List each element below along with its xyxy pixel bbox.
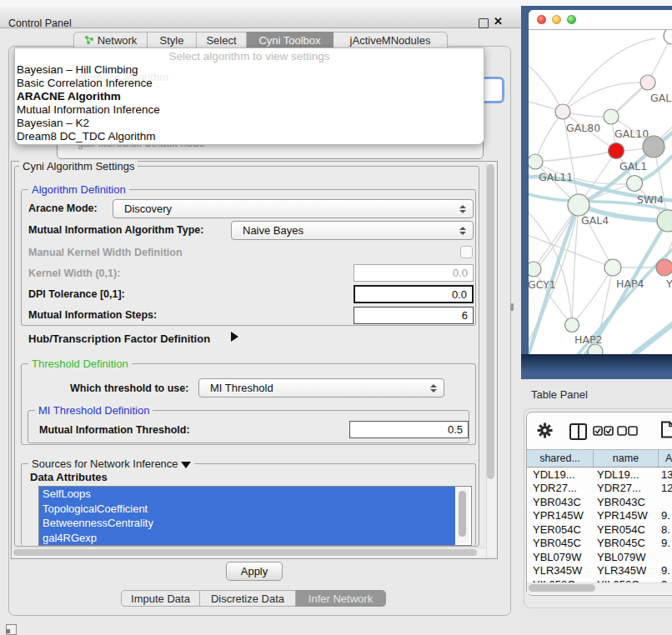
algorithm-dropdown: Inference Algorithm Select algorithm to … — [14, 48, 484, 145]
mi-type-label: Mutual Information Algorithm Type: — [28, 224, 203, 236]
close-window-icon[interactable] — [537, 15, 546, 24]
attribute-item[interactable]: BetweennessCentrality — [39, 516, 455, 531]
network-node-gal10[interactable] — [604, 109, 619, 124]
aracne-mode-combobox[interactable]: Discovery — [113, 199, 474, 218]
network-node[interactable] — [657, 210, 672, 232]
mi-steps-input[interactable]: 6 — [354, 307, 474, 324]
table-cell: YPR145W — [527, 509, 594, 523]
attributes-list-scrollbar-thumb[interactable] — [459, 491, 466, 537]
network-node-hap2[interactable] — [565, 318, 579, 332]
manual-kernel-checkbox[interactable] — [460, 246, 473, 258]
table-cell: YBL079W — [594, 550, 659, 564]
gear-icon[interactable] — [537, 422, 553, 438]
table-header: shared...nameA — [527, 449, 672, 468]
attribute-item[interactable]: gal4RGexp — [39, 531, 455, 546]
select-all-icon[interactable] — [593, 426, 614, 436]
table-row[interactable]: YBR045CYBR045C9. — [527, 537, 672, 551]
data-attributes-list[interactable]: SelfLoopsTopologicalCoefficientBetweenne… — [38, 486, 472, 546]
data-attributes-label: Data Attributes — [30, 471, 108, 483]
network-node-gal11[interactable] — [529, 154, 543, 169]
network-node-gal[interactable] — [640, 75, 655, 90]
table-cell: YLR345W — [594, 564, 659, 578]
window-shadow — [521, 354, 672, 372]
settings-vertical-scrollbar-thumb[interactable] — [487, 164, 494, 479]
combo-arrows-icon — [430, 384, 437, 392]
table-horizontal-scrollbar-thumb[interactable] — [529, 584, 595, 592]
mi-threshold-label: Mutual Information Threshold: — [39, 424, 190, 436]
mi-threshold-input[interactable]: 0.5 — [349, 421, 469, 438]
bottom-tab-discretize-data[interactable]: Discretize Data — [200, 590, 296, 607]
minimize-window-icon[interactable] — [552, 15, 561, 24]
bottom-tab-infer-network[interactable]: Infer Network — [296, 590, 386, 607]
tab-cyni-toolbox[interactable]: Cyni Toolbox — [247, 32, 333, 48]
tab-select[interactable]: Select — [197, 32, 247, 48]
network-node-gal1[interactable] — [609, 143, 624, 159]
tab-network[interactable]: Network — [73, 32, 148, 48]
table-rows: YDL19...YDL19...13YDR27...YDR27...12YBR0… — [527, 468, 672, 592]
cyni-group-title: Cyni Algorithm Settings — [19, 160, 138, 172]
network-canvas[interactable]: GALGAL80GAL10GAL1GAL11SWI4GAL4GCY1HAP4YH… — [529, 30, 672, 354]
dropdown-item[interactable]: Bayesian – K2 — [16, 117, 484, 130]
table-row[interactable]: YPR145WYPR145W9. — [527, 509, 672, 523]
attribute-item[interactable]: TopologicalCoefficient — [39, 502, 455, 517]
network-node-gal80[interactable] — [555, 104, 570, 119]
settings-horizontal-scrollbar-thumb[interactable] — [13, 549, 477, 556]
network-node-y[interactable] — [656, 259, 672, 276]
network-node-hap4[interactable] — [604, 259, 621, 276]
network-node-gcy1[interactable] — [529, 262, 541, 277]
node-label: GAL10 — [614, 128, 649, 140]
node-label: GCY1 — [529, 278, 556, 291]
columns-icon[interactable] — [569, 423, 587, 440]
which-threshold-value: MI Threshold — [210, 382, 273, 394]
dropdown-item[interactable]: Dream8 DC_TDC Algorithm — [16, 130, 484, 143]
network-node[interactable] — [664, 30, 672, 44]
table-row[interactable]: YBL079WYBL079W — [527, 550, 672, 564]
tab-style[interactable]: Style — [148, 32, 197, 48]
network-node-swi4[interactable] — [627, 176, 643, 192]
column-header-shared...[interactable]: shared... — [527, 450, 594, 467]
dpi-tolerance-input[interactable]: 0.0 — [354, 285, 474, 303]
dropdown-item[interactable]: Basic Correlation Inference — [16, 77, 484, 90]
table-row[interactable]: YDL19...YDL19...13 — [527, 468, 672, 482]
node-label: GAL4 — [581, 214, 609, 227]
expand-arrow-icon[interactable] — [231, 332, 238, 342]
zoom-window-icon[interactable] — [567, 15, 576, 24]
network-edge — [534, 205, 579, 269]
attribute-item[interactable]: SelfLoops — [39, 487, 455, 502]
tab-jactivemnodules[interactable]: jActiveMNodules — [333, 32, 448, 48]
table-row[interactable]: YLR345WYLR345W9. — [527, 564, 672, 578]
dropdown-item[interactable]: Mutual Information Inference — [16, 103, 484, 117]
deselect-all-icon[interactable] — [617, 426, 639, 436]
float-window-button[interactable] — [479, 18, 489, 28]
dpi-tolerance-label: DPI Tolerance [0,1]: — [28, 288, 125, 300]
table-panel-title: Table Panel — [531, 388, 588, 401]
kernel-width-input[interactable]: 0.0 — [354, 264, 474, 282]
bottom-tab-impute-data[interactable]: Impute Data — [121, 590, 200, 607]
apply-button[interactable]: Apply — [226, 562, 283, 581]
hub-definition-label[interactable]: Hub/Transcription Factor Definition — [28, 332, 210, 345]
table-row[interactable]: YER054CYER054C8. — [527, 522, 672, 537]
network-node-gal4[interactable] — [568, 194, 589, 216]
column-header-A[interactable]: A — [659, 450, 672, 467]
table-cell: YBR045C — [594, 537, 659, 551]
network-icon — [84, 35, 94, 45]
mi-type-value: Naive Bayes — [243, 224, 303, 237]
table-cell: 9. — [659, 537, 672, 551]
dropdown-item[interactable]: ARACNE Algorithm — [16, 90, 484, 103]
close-panel-button[interactable]: ✕ — [494, 15, 503, 28]
which-threshold-combobox[interactable]: MI Threshold — [198, 378, 444, 398]
table-row[interactable]: YDR27...YDR27...12 — [527, 482, 672, 496]
document-icon[interactable] — [660, 421, 672, 438]
splitter-handle[interactable] — [510, 303, 514, 311]
node-label: GAL11 — [539, 171, 573, 183]
table-row[interactable]: YBR043CYBR043C — [527, 495, 672, 509]
network-edge — [529, 63, 563, 112]
mi-type-combobox[interactable]: Naive Bayes — [231, 221, 474, 240]
manual-kernel-label: Manual Kernel Width Definition — [28, 247, 183, 258]
table-cell: YBL079W — [527, 550, 594, 564]
dock-panel-icon[interactable] — [6, 624, 17, 635]
dropdown-item[interactable]: Bayesian – Hill Climbing — [16, 63, 484, 77]
table-cell — [659, 550, 672, 564]
column-header-name[interactable]: name — [594, 450, 659, 467]
network-window-titlebar[interactable] — [529, 10, 672, 30]
